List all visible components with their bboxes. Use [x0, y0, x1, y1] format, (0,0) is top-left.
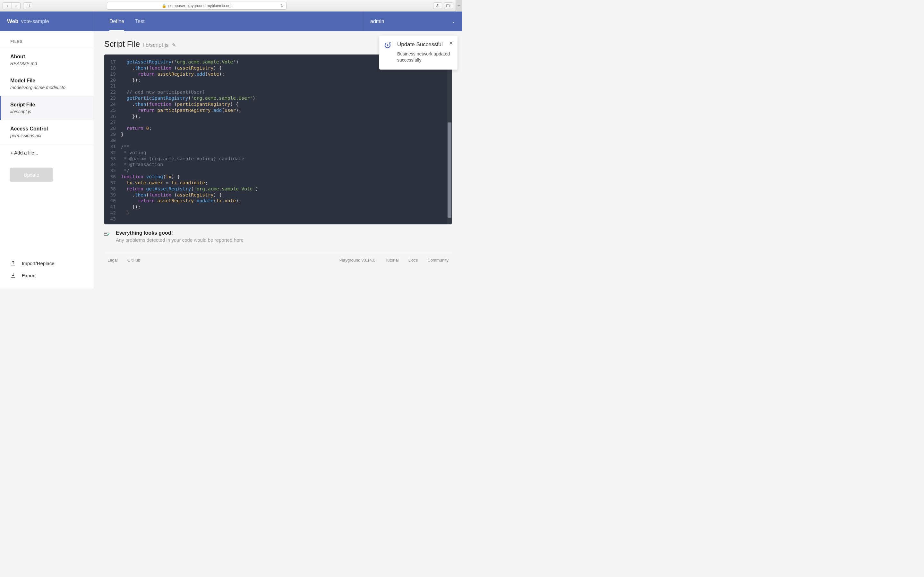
code-content: .then(function (assetRegistry) {	[121, 192, 222, 198]
tabs-button[interactable]	[444, 2, 453, 9]
code-editor[interactable]: 17 getAssetRegistry('org.acme.sample.Vot…	[104, 55, 452, 224]
code-content: getAssetRegistry('org.acme.sample.Vote')	[121, 59, 239, 65]
close-icon[interactable]: ✕	[449, 40, 453, 46]
code-content: return getAssetRegistry('org.acme.sample…	[121, 186, 258, 192]
user-label: admin	[370, 19, 384, 24]
code-content: });	[121, 77, 141, 83]
user-menu[interactable]: admin ⌄	[363, 11, 462, 31]
export-button[interactable]: Export	[10, 269, 83, 282]
footer-tutorial[interactable]: Tutorial	[385, 258, 399, 263]
url-host: composer-playground.mybluemix.net	[168, 3, 232, 8]
import-replace-label: Import/Replace	[22, 261, 55, 266]
code-line: 22 // add new participant(User)	[104, 89, 452, 95]
scrollbar-thumb[interactable]	[447, 122, 451, 218]
file-item-model-file[interactable]: Model Filemodels/org.acme.model.cto	[0, 72, 94, 96]
update-button[interactable]: Update	[10, 168, 53, 182]
app-body: FILES AboutREADME.mdModel Filemodels/org…	[0, 31, 462, 288]
address-bar[interactable]: 🔒 composer-playground.mybluemix.net ↻	[107, 2, 286, 10]
code-line: 23 getParticipantRegistry('org.acme.samp…	[104, 95, 452, 101]
svg-rect-0	[26, 4, 29, 7]
file-subtitle: lib/script.js	[10, 109, 83, 114]
footer-github[interactable]: GitHub	[128, 258, 140, 263]
main-area: Script File lib/script.js ✎ 17 getAssetR…	[94, 31, 462, 288]
file-item-access-control[interactable]: Access Controlpermissions.acl	[0, 120, 94, 144]
file-list: AboutREADME.mdModel Filemodels/org.acme.…	[0, 48, 94, 144]
sidebar-bottom: Import/Replace Export	[0, 252, 94, 288]
line-number: 25	[104, 107, 121, 113]
share-button[interactable]	[433, 2, 442, 9]
forward-button[interactable]: ›	[11, 2, 21, 9]
code-line: 34 * @transaction	[104, 161, 452, 168]
code-content: * @param {org.acme.sample.Voting} candid…	[121, 156, 244, 162]
footer-community[interactable]: Community	[427, 258, 449, 263]
code-line: 27	[104, 119, 452, 125]
chrome-right	[433, 2, 453, 9]
import-replace-button[interactable]: Import/Replace	[10, 257, 83, 269]
project-label: vote-sample	[21, 19, 49, 24]
check-icon	[104, 231, 110, 237]
code-line: 29}	[104, 131, 452, 137]
lock-icon: 🔒	[162, 3, 166, 8]
footer-docs[interactable]: Docs	[409, 258, 418, 263]
code-content: * @transaction	[121, 161, 163, 168]
line-number: 26	[104, 113, 121, 119]
line-number: 41	[104, 204, 121, 210]
share-icon	[436, 4, 439, 8]
code-content: });	[121, 113, 141, 119]
editor-scrollbar[interactable]	[447, 55, 452, 224]
add-file-button[interactable]: + Add a file...	[0, 144, 94, 161]
line-number: 36	[104, 174, 121, 180]
line-number: 23	[104, 95, 121, 101]
toast-notification: ✕ Update Successful Business network upd…	[379, 35, 457, 69]
new-tab-button[interactable]: +	[456, 0, 462, 11]
line-number: 32	[104, 150, 121, 156]
footer-legal[interactable]: Legal	[107, 258, 118, 263]
code-content: // add new participant(User)	[121, 89, 205, 95]
file-item-about[interactable]: AboutREADME.md	[0, 48, 94, 72]
edit-icon[interactable]: ✎	[172, 42, 176, 48]
code-line: 19 return assetRegistry.add(vote);	[104, 71, 452, 77]
code-line: 25 return participantRegistry.add(user);	[104, 107, 452, 113]
footer: Legal GitHub Playground v0.14.0 Tutorial…	[104, 251, 452, 268]
code-line: 26 });	[104, 113, 452, 119]
toast-title: Update Successful	[397, 41, 451, 48]
reload-icon[interactable]: ↻	[280, 3, 284, 8]
line-number: 37	[104, 180, 121, 186]
code-content: /**	[121, 143, 129, 150]
line-number: 28	[104, 125, 121, 131]
status-text: Everything looks good! Any problems dete…	[116, 230, 244, 243]
file-title: About	[10, 54, 83, 60]
file-subtitle: models/org.acme.model.cto	[10, 85, 83, 90]
code-line: 39 .then(function (assetRegistry) {	[104, 192, 452, 198]
file-item-script-file[interactable]: Script Filelib/script.js	[0, 96, 94, 120]
code-line: 21	[104, 83, 452, 89]
tab-define[interactable]: Define	[110, 11, 124, 31]
code-content: .then(function (assetRegistry) {	[121, 65, 222, 71]
line-number: 19	[104, 71, 121, 77]
browser-chrome: ‹ › 🔒 composer-playground.mybluemix.net …	[0, 0, 462, 11]
line-number: 39	[104, 192, 121, 198]
chevron-down-icon: ⌄	[452, 19, 455, 24]
code-content: });	[121, 204, 141, 210]
code-line: 33 * @param {org.acme.sample.Voting} can…	[104, 156, 452, 162]
line-number: 42	[104, 210, 121, 216]
line-number: 30	[104, 137, 121, 143]
code-content: return 0;	[121, 125, 152, 131]
code-content: tx.vote.owner = tx.candidate;	[121, 180, 208, 186]
tab-test[interactable]: Test	[135, 11, 144, 31]
code-content: }	[121, 131, 124, 137]
header-tabs: DefineTest	[94, 11, 363, 31]
svg-rect-2	[447, 5, 449, 7]
header-left: Web vote-sample	[0, 11, 94, 31]
code-line: 20 });	[104, 77, 452, 83]
download-icon	[10, 272, 16, 278]
file-subtitle: README.md	[10, 61, 83, 66]
code-content: return participantRegistry.add(user);	[121, 107, 241, 113]
back-button[interactable]: ‹	[3, 2, 11, 9]
page-title: Script File	[104, 39, 140, 49]
file-path: lib/script.js	[143, 42, 168, 48]
sidebar-toggle-button[interactable]	[23, 2, 32, 9]
file-subtitle: permissions.acl	[10, 133, 83, 138]
code-line: 41 });	[104, 204, 452, 210]
file-title: Access Control	[10, 126, 83, 132]
